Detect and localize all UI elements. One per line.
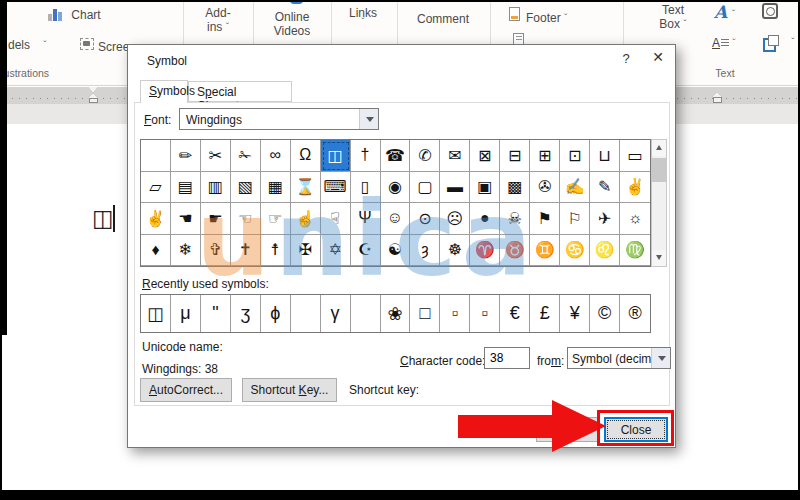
recent-symbol-cell[interactable]	[291, 295, 321, 332]
symbol-cell[interactable]: ⊡	[560, 140, 590, 172]
scroll-down-icon[interactable]	[652, 250, 666, 266]
text-box-button[interactable]: Text Box ˇ	[648, 3, 698, 31]
symbol-cell[interactable]: ♍	[620, 235, 650, 267]
symbol-cell[interactable]: ▩	[500, 172, 530, 204]
wordart-button[interactable]: A ˇ	[714, 2, 735, 22]
character-code-input[interactable]	[484, 347, 530, 369]
symbol-cell[interactable]: ⊠	[470, 140, 500, 172]
symbol-cell[interactable]: ✎	[590, 172, 620, 204]
symbol-cell[interactable]: ▣	[470, 172, 500, 204]
symbol-cell[interactable]: Ψ	[351, 203, 381, 235]
symbol-cell[interactable]: ♉	[500, 235, 530, 267]
symbol-cell[interactable]: ☼	[620, 203, 650, 235]
recent-symbol-cell[interactable]: ▫	[470, 295, 500, 332]
add-ins-button[interactable]: Add- ins ˇ	[192, 6, 244, 34]
tab-special-characters[interactable]: Special Characters	[188, 81, 292, 102]
symbol-cell[interactable]: ▯	[351, 172, 381, 204]
indent-marker[interactable]	[88, 87, 99, 104]
symbol-cell[interactable]: ☸	[440, 235, 470, 267]
symbol-cell[interactable]: ✠	[291, 235, 321, 267]
symbol-cell[interactable]: ⊙	[410, 203, 440, 235]
symbol-cell[interactable]: ♊	[530, 235, 560, 267]
symbol-cell[interactable]: ☎	[381, 140, 411, 172]
symbol-cell[interactable]: ☺	[381, 203, 411, 235]
symbol-cell[interactable]: ▤	[171, 172, 201, 204]
symbol-cell[interactable]: Ω	[291, 140, 321, 172]
recent-symbol-cell[interactable]	[351, 295, 381, 332]
symbol-cell[interactable]: ✏	[171, 140, 201, 172]
recent-symbol-cell[interactable]: ◫	[141, 295, 171, 332]
symbol-cell[interactable]: ∞	[261, 140, 291, 172]
symbol-cell[interactable]: ▭	[620, 140, 650, 172]
symbol-cell[interactable]: ☠	[500, 203, 530, 235]
symbol-cell[interactable]: ♌	[590, 235, 620, 267]
recent-symbol-cell[interactable]: μ	[171, 295, 201, 332]
font-dropdown[interactable]: Wingdings	[179, 108, 379, 130]
scroll-up-icon[interactable]	[652, 140, 666, 156]
symbol-cell[interactable]: ☪	[351, 235, 381, 267]
symbol-cell[interactable]: ✆	[410, 140, 440, 172]
symbol-cell[interactable]	[141, 140, 171, 172]
symbol-cell[interactable]: ☜	[231, 203, 261, 235]
object-icon[interactable]	[763, 38, 776, 52]
symbol-cell[interactable]: ✂	[201, 140, 231, 172]
page-number-icon[interactable]	[513, 33, 524, 44]
recent-symbol-cell[interactable]: ¥	[560, 295, 590, 332]
recent-symbol-cell[interactable]: €	[500, 295, 530, 332]
symbol-cell[interactable]: ▱	[141, 172, 171, 204]
from-dropdown[interactable]: Symbol (decimal)	[567, 347, 671, 369]
recent-symbol-cell[interactable]: £	[530, 295, 560, 332]
symbol-cell[interactable]: ⊟	[500, 140, 530, 172]
scrollbar-thumb[interactable]	[652, 158, 666, 182]
grid-scrollbar[interactable]	[651, 139, 667, 267]
recent-symbol-cell[interactable]: ϕ	[261, 295, 291, 332]
symbol-cell[interactable]: ☝	[291, 203, 321, 235]
symbol-cell[interactable]: ●	[470, 203, 500, 235]
symbol-cell[interactable]: ✇	[530, 172, 560, 204]
help-button[interactable]: ?	[616, 51, 636, 66]
recent-symbol-cell[interactable]: ®	[620, 295, 650, 332]
symbol-cell[interactable]: ☞	[261, 203, 291, 235]
ribbon-collapse-chevron-icon[interactable]: ˇ	[788, 40, 798, 46]
close-button[interactable]: Close	[604, 417, 668, 442]
comment-button[interactable]: Comment	[400, 12, 486, 26]
shortcut-key-button[interactable]: Shortcut Key...	[242, 378, 337, 402]
symbol-cell[interactable]: ⌛	[291, 172, 321, 204]
symbol-cell[interactable]: ❄	[171, 235, 201, 267]
close-icon[interactable]: ✕	[646, 49, 670, 65]
symbol-cell[interactable]: ✝	[231, 235, 261, 267]
symbol-cell[interactable]: ♋	[560, 235, 590, 267]
symbol-cell[interactable]: ✉	[440, 140, 470, 172]
symbol-cell[interactable]: ▦	[261, 172, 291, 204]
symbol-cell[interactable]: ▢	[410, 172, 440, 204]
symbol-cell[interactable]: ✍	[560, 172, 590, 204]
footer-button[interactable]: Footer ˇ	[526, 11, 584, 25]
symbol-cell[interactable]: ☹	[440, 203, 470, 235]
symbol-cell[interactable]: ✞	[201, 235, 231, 267]
symbol-cell[interactable]: ✌	[141, 203, 171, 235]
3d-models-button[interactable]: dels ˇ	[8, 38, 60, 52]
symbol-cell[interactable]: ♈	[470, 235, 500, 267]
symbol-cell[interactable]: ♦	[141, 235, 171, 267]
symbol-cell[interactable]: ◫	[321, 140, 351, 172]
symbol-cell[interactable]: †	[351, 140, 381, 172]
symbol-cell[interactable]: ☚	[171, 203, 201, 235]
online-videos-button[interactable]: Online Videos	[258, 10, 326, 38]
recent-symbol-cell[interactable]: ❀	[381, 295, 411, 332]
symbol-cell[interactable]: ▬	[440, 172, 470, 204]
symbol-cell[interactable]: ⊞	[530, 140, 560, 172]
autocorrect-button[interactable]: AutoCorrect...	[140, 378, 232, 402]
links-button[interactable]: Links ˇ	[332, 6, 394, 26]
symbol-cell[interactable]: ☨	[261, 235, 291, 267]
symbol-cell[interactable]: ▥	[201, 172, 231, 204]
recent-symbol-cell[interactable]: □	[410, 295, 440, 332]
recent-symbol-cell[interactable]: ʒ	[231, 295, 261, 332]
chart-button[interactable]: Chart	[48, 8, 138, 22]
recent-symbol-cell[interactable]: γ	[321, 295, 351, 332]
symbol-cell[interactable]: ȝ	[410, 235, 440, 267]
dropdown-arrow-icon[interactable]	[359, 109, 378, 129]
symbol-cell[interactable]: ☯	[381, 235, 411, 267]
recent-symbol-cell[interactable]: ▫	[440, 295, 470, 332]
right-indent-marker[interactable]	[712, 92, 722, 104]
symbol-cell[interactable]: ▧	[231, 172, 261, 204]
